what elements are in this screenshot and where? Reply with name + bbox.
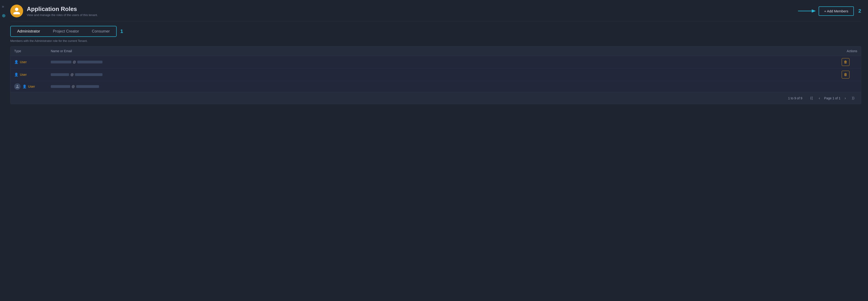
step-2-badge: 2 [858, 8, 861, 14]
user-type-label: User [20, 60, 27, 64]
email-cell: @ [47, 68, 838, 81]
email-prefix-bar [51, 85, 70, 88]
pagination-summary: 1 to 9 of 9 [788, 96, 802, 100]
at-sign: @ [71, 85, 75, 88]
page-subtitle: View and manage the roles of the users o… [27, 13, 98, 17]
at-sign: @ [73, 60, 76, 64]
add-circle-icon[interactable]: ⊕ [2, 13, 6, 18]
page-title: Application Roles [27, 5, 98, 12]
delete-button[interactable]: 🗑 [842, 71, 849, 79]
person-icon [12, 7, 21, 15]
email-suffix-bar [75, 73, 102, 76]
actions-cell: 🗑 [838, 68, 861, 81]
type-cell: 👤 User [10, 56, 47, 68]
tabs-container: Administrator Project Creator Consumer 1 [10, 26, 861, 37]
header-text: Application Roles View and manage the ro… [27, 5, 98, 17]
col-type: Type [10, 47, 47, 56]
type-cell: 👤 User [10, 81, 47, 92]
step-1-badge: 1 [120, 28, 123, 34]
pagination-row: 1 to 9 of 9 ⟨⟨ ‹ Page 1 of 1 › ⟩⟩ [10, 92, 861, 104]
user-type-label: User [20, 73, 27, 77]
table-row: 👤 User @ 🗑 [10, 68, 861, 81]
table-row: 👤 User @ [10, 81, 861, 92]
last-page-button[interactable]: ⟩⟩ [850, 95, 856, 101]
user-icon: 👤 [14, 60, 19, 64]
members-table: Type Name or Email Actions 👤 User [10, 47, 861, 92]
actions-cell [838, 81, 861, 92]
header-right: + Add Members 2 [798, 6, 861, 16]
email-prefix-bar [51, 61, 71, 63]
tab-administrator[interactable]: Administrator [11, 26, 46, 36]
prev-page-button[interactable]: ‹ [817, 95, 822, 101]
arrow-icon [798, 7, 816, 14]
email-suffix-bar [76, 85, 99, 88]
header-left: Application Roles View and manage the ro… [10, 5, 98, 18]
page-header: Application Roles View and manage the ro… [10, 5, 861, 21]
email-cell: @ [47, 81, 838, 92]
row-avatar [14, 83, 21, 90]
type-cell: 👤 User [10, 68, 47, 81]
tab-consumer[interactable]: Consumer [85, 26, 116, 36]
table-wrapper: Type Name or Email Actions 👤 User [10, 46, 861, 104]
email-prefix-bar [51, 73, 69, 76]
sidebar-toggle[interactable]: » [2, 4, 4, 9]
add-members-button[interactable]: + Add Members [818, 6, 854, 16]
table-header-row: Type Name or Email Actions [10, 47, 861, 56]
first-page-button[interactable]: ⟨⟨ [808, 95, 815, 101]
at-sign: @ [70, 73, 74, 77]
col-actions: Actions [838, 47, 861, 56]
svg-marker-1 [812, 9, 816, 12]
table-row: 👤 User @ 🗑 [10, 56, 861, 68]
arrow-annotation: + Add Members [798, 6, 854, 16]
next-page-button[interactable]: › [843, 95, 848, 101]
user-type-label: User [28, 85, 35, 88]
page-icon-avatar [10, 5, 23, 18]
delete-button[interactable]: 🗑 [842, 58, 849, 66]
user-icon: 👤 [23, 85, 27, 89]
actions-cell: 🗑 [838, 56, 861, 68]
col-name-email: Name or Email [47, 47, 838, 56]
tab-project-creator[interactable]: Project Creator [46, 26, 85, 36]
email-suffix-bar [77, 61, 102, 63]
email-cell: @ [47, 56, 838, 68]
tabs-box: Administrator Project Creator Consumer [10, 26, 117, 37]
tab-description: Members with the Administrator role for … [10, 39, 861, 42]
user-icon: 👤 [14, 72, 19, 77]
page-label: Page 1 of 1 [824, 96, 841, 100]
